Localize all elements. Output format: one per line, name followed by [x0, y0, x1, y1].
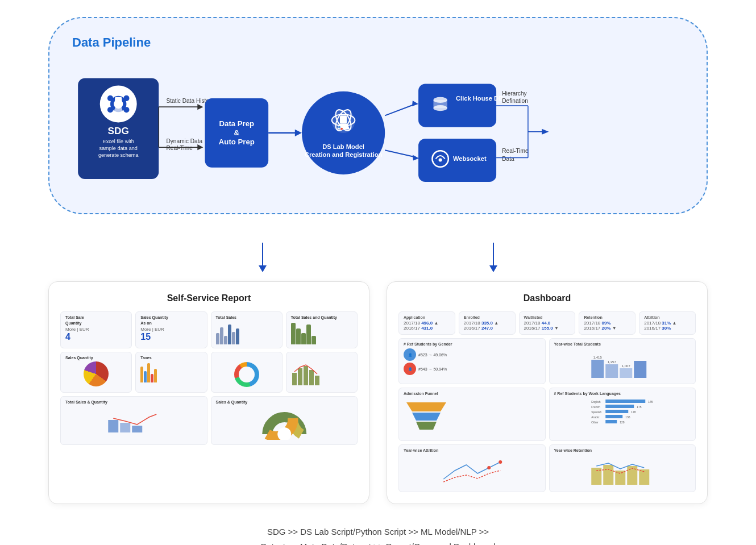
students-by-gender: # Ref Students by Gender 👤 #523 → 49.06%… — [398, 338, 546, 384]
svg-text:1,357: 1,357 — [607, 360, 616, 364]
donut-chart-cell — [211, 352, 283, 393]
pipeline-section: Data Pipeline SDG Excel file with sample… — [48, 17, 708, 214]
svg-point-37 — [340, 128, 343, 130]
svg-text:175: 175 — [637, 405, 642, 409]
pipeline-title: Data Pipeline — [72, 35, 684, 50]
admission-funnel: Admission Funnel — [398, 388, 546, 441]
svg-rect-100 — [615, 471, 625, 485]
report-row-2: Sales Quantity Taxes — [60, 352, 358, 393]
svg-text:Defination: Defination — [502, 98, 528, 104]
svg-rect-99 — [603, 465, 613, 485]
svg-point-5 — [123, 95, 129, 101]
svg-marker-27 — [295, 130, 302, 136]
svg-rect-67 — [108, 420, 118, 432]
kpi-waitlisted: Waitlisted 2017/18 44.0 2016/17 155.0 ▼ — [519, 311, 576, 335]
svg-rect-71 — [591, 360, 604, 378]
svg-marker-15 — [197, 104, 203, 110]
svg-rect-81 — [605, 400, 645, 403]
svg-rect-63 — [298, 368, 302, 385]
svg-marker-80 — [416, 422, 437, 430]
dashboard-title: Dashboard — [398, 293, 696, 303]
svg-text:Websocket: Websocket — [453, 155, 487, 162]
svg-rect-64 — [304, 366, 308, 385]
svg-marker-17 — [197, 144, 203, 150]
year-wise-students: Year-wise Total Students 1,415 1,357 1,0… — [549, 338, 696, 384]
year-wise-attrition: Year-wise Attrition — [398, 444, 546, 492]
report-row-3: Total Sales & Quantity Sales & Quantity — [60, 396, 358, 445]
svg-rect-82 — [605, 405, 634, 408]
sales-qty-pie-cell: Sales Quantity — [60, 352, 132, 393]
svg-marker-41 — [412, 101, 418, 106]
svg-point-97 — [487, 466, 491, 469]
svg-rect-72 — [605, 364, 618, 378]
svg-text:Data: Data — [502, 156, 514, 162]
down-arrows — [147, 243, 609, 272]
svg-rect-74 — [634, 361, 646, 378]
sales-qty-donut-cell: Sales & Quantity — [211, 396, 358, 445]
svg-text:Real-Time: Real-Time — [502, 148, 529, 154]
svg-point-96 — [499, 460, 502, 464]
svg-text:178: 178 — [631, 410, 636, 414]
svg-point-36 — [338, 126, 340, 128]
svg-rect-85 — [605, 420, 617, 423]
taxes-cell: Taxes — [135, 352, 207, 393]
svg-text:Auto Prep: Auto Prep — [219, 138, 255, 146]
svg-rect-84 — [605, 415, 622, 418]
self-service-report-card: Self-Service Report Total Sale Quantity … — [48, 281, 369, 504]
svg-text:sample data and: sample data and — [99, 145, 137, 151]
svg-point-6 — [107, 107, 113, 113]
svg-text:136: 136 — [625, 415, 630, 419]
svg-text:Dynamic Data: Dynamic Data — [166, 138, 202, 144]
svg-text:SDG: SDG — [108, 125, 129, 136]
svg-rect-83 — [605, 410, 628, 413]
svg-rect-102 — [639, 469, 649, 485]
svg-text:Spanish: Spanish — [591, 410, 601, 414]
svg-point-4 — [107, 95, 113, 101]
year-wise-retention: Year-wise Retention — [549, 444, 696, 492]
report-row-1: Total Sale Quantity More | EUR 4 Sales Q… — [60, 311, 358, 348]
footer-line1: SDG >> DS Lab Script/Python Script >> ML… — [48, 525, 708, 539]
svg-rect-44 — [418, 84, 496, 127]
svg-line-42 — [385, 150, 416, 157]
pipeline-diagram: SDG Excel file with sample data and gene… — [72, 64, 684, 190]
down-arrow-left — [259, 243, 267, 272]
svg-text:&: & — [234, 128, 240, 137]
kpi-enrolled: Enrolled 2017/18 335.0 ▲ 2016/17 247.0 — [459, 311, 516, 335]
total-sale-cell: Total Sale Quantity More | EUR 4 — [60, 311, 132, 348]
svg-point-7 — [123, 107, 129, 113]
svg-text:128: 128 — [620, 421, 625, 424]
svg-marker-79 — [412, 413, 441, 421]
kpi-application: Application 2017/18 496.0 ▲ 2016/17 431.… — [398, 311, 455, 335]
bar-line-cell — [286, 352, 358, 393]
svg-text:English: English — [591, 400, 601, 403]
svg-text:Real-Time: Real-Time — [166, 145, 193, 151]
svg-rect-66 — [315, 376, 319, 385]
svg-point-47 — [433, 105, 447, 111]
kpi-retention: Retention 2017/18 09% 2016/17 20% ▼ — [579, 311, 635, 335]
svg-text:DS Lab Model: DS Lab Model — [322, 143, 364, 150]
bottom-row: Self-Service Report Total Sale Quantity … — [48, 281, 708, 504]
dashboard-card: Dashboard Application 2017/18 496.0 ▲ 20… — [387, 281, 708, 504]
svg-text:1,415: 1,415 — [593, 356, 602, 359]
svg-text:Creation and Registration: Creation and Registration — [305, 151, 383, 158]
svg-marker-61 — [542, 129, 549, 135]
svg-point-28 — [302, 91, 385, 174]
svg-rect-73 — [620, 368, 632, 378]
svg-rect-34 — [340, 115, 347, 123]
svg-rect-69 — [132, 426, 142, 432]
svg-text:Data Prep: Data Prep — [219, 119, 255, 128]
svg-rect-101 — [627, 466, 637, 485]
svg-text:Excel file with: Excel file with — [103, 139, 134, 144]
total-sales-qty-line-cell: Total Sales & Quantity — [60, 396, 207, 445]
total-sales-chart-cell: Total Sales — [211, 311, 283, 348]
svg-text:Arabic: Arabic — [591, 415, 600, 419]
down-arrow-right — [489, 243, 497, 272]
footer-text: SDG >> DS Lab Script/Python Script >> ML… — [48, 525, 708, 545]
students-by-language: # Ref Students by Work Languages English… — [549, 388, 696, 441]
svg-text:1,007: 1,007 — [621, 364, 630, 368]
total-sales-qty-chart-cell: Total Sales and Quantity — [286, 311, 358, 348]
page-container: Data Pipeline SDG Excel file with sample… — [37, 0, 719, 545]
svg-rect-68 — [120, 423, 130, 432]
svg-text:French: French — [591, 405, 600, 409]
svg-text:145: 145 — [648, 400, 653, 403]
